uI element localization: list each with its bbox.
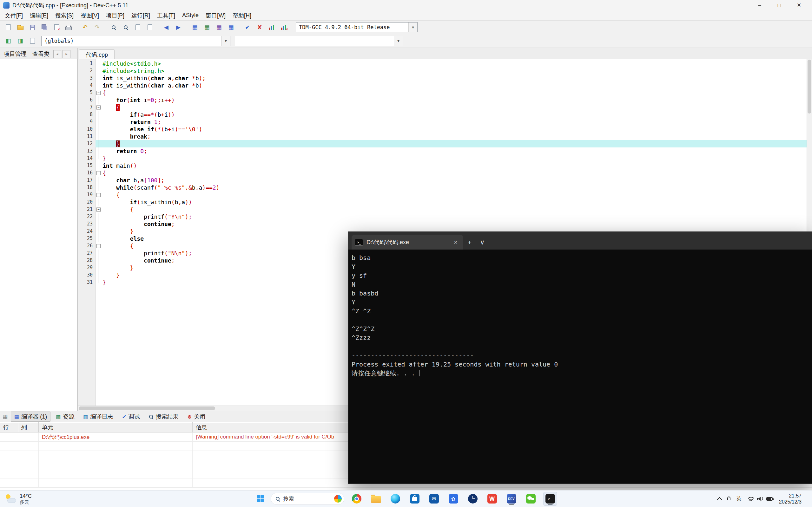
tab-compiler[interactable]: ▦编译器 (1) bbox=[11, 411, 50, 422]
tab-scroll-left-button[interactable]: ◂ bbox=[53, 50, 61, 58]
goto-line-button[interactable] bbox=[144, 21, 155, 33]
taskbar-file-explorer-button[interactable] bbox=[369, 492, 383, 506]
toolbar-main: ↶↷◀▶▦▦▦▦✔✘ TDM-GCC 4.9.2 64-bit Release … bbox=[0, 20, 812, 34]
print-button[interactable] bbox=[63, 21, 74, 33]
menu-run[interactable]: 运行[R] bbox=[128, 11, 154, 20]
menu-view[interactable]: 视图[V] bbox=[77, 11, 102, 20]
undo-button[interactable]: ↶ bbox=[79, 21, 91, 33]
taskbar-chrome-button[interactable] bbox=[350, 492, 364, 506]
volume-icon bbox=[757, 496, 763, 501]
taskbar-wps-button[interactable]: W bbox=[485, 492, 499, 506]
terminal-tab-close-icon[interactable]: ✕ bbox=[451, 238, 460, 247]
open-file-button[interactable] bbox=[15, 21, 26, 33]
minimize-button[interactable]: – bbox=[750, 0, 769, 10]
forward-button[interactable]: ▶ bbox=[172, 21, 184, 33]
toolbar-separator bbox=[237, 22, 241, 33]
redo-button[interactable]: ↷ bbox=[91, 21, 103, 33]
fold-toggle-icon[interactable] bbox=[96, 89, 101, 96]
menu-tools[interactable]: 工具[T] bbox=[154, 11, 179, 20]
save-button[interactable] bbox=[27, 21, 38, 33]
chevron-down-icon[interactable]: ▼ bbox=[394, 36, 403, 46]
goto-implementation-button[interactable]: ◨ bbox=[15, 35, 26, 47]
menu-search[interactable]: 搜索[S] bbox=[52, 11, 77, 20]
terminal-tab[interactable]: >_ D:\代码\代码.exe ✕ bbox=[352, 235, 463, 249]
fold-toggle-icon[interactable] bbox=[96, 169, 101, 177]
insert-button[interactable]: ▦ bbox=[189, 21, 201, 33]
toggle-bookmark-button[interactable]: ▦ bbox=[201, 21, 213, 33]
tab-scroll-right-button[interactable]: ▸ bbox=[62, 50, 70, 58]
scrollbar-thumb[interactable] bbox=[79, 406, 215, 410]
input-language-indicator[interactable]: 英 bbox=[737, 496, 742, 502]
tab-code-file[interactable]: 代码.cpp bbox=[79, 50, 114, 60]
syntax-check-button[interactable]: ✔ bbox=[242, 21, 253, 33]
menu-window[interactable]: 窗口[W] bbox=[202, 11, 229, 20]
terminal-titlebar[interactable]: >_ D:\代码\代码.exe ✕ + ∨ bbox=[348, 232, 812, 249]
tab-class-browser[interactable]: 查看类 bbox=[30, 49, 52, 59]
goto-bookmark-button[interactable]: ▦ bbox=[213, 21, 225, 33]
terminal-body[interactable]: b bsaYy sfNb basbdY^Z ^Z^Z^Z^Z^Zzzz-----… bbox=[348, 249, 812, 484]
save-all-button[interactable] bbox=[39, 21, 50, 33]
clock-widget[interactable]: 21:57 2025/12/3 bbox=[779, 493, 802, 505]
line-number: 7 bbox=[78, 104, 96, 111]
goto-declaration-button[interactable]: ◧ bbox=[3, 35, 14, 47]
find-button[interactable] bbox=[108, 21, 119, 33]
new-tab-button[interactable]: + bbox=[463, 235, 476, 249]
search-box[interactable]: 搜索 bbox=[271, 493, 344, 505]
fold-toggle-icon[interactable] bbox=[96, 206, 101, 213]
tab-resource[interactable]: ▨资源 bbox=[52, 411, 78, 422]
tab-compile-log[interactable]: ▥编译日志 bbox=[80, 411, 116, 422]
tab-project-manager[interactable]: 项目管理 bbox=[1, 49, 29, 59]
taskbar-edge-button[interactable] bbox=[389, 492, 402, 506]
maximize-button[interactable]: □ bbox=[769, 0, 789, 10]
menu-file[interactable]: 文件[F] bbox=[1, 11, 26, 20]
fold-margin bbox=[96, 162, 101, 169]
tab-search-results[interactable]: 搜索结果 bbox=[145, 411, 182, 422]
taskbar-weather-widget[interactable]: 14°C 多云 bbox=[5, 491, 32, 507]
find-next-button[interactable] bbox=[132, 21, 143, 33]
line-number: 21 bbox=[78, 206, 96, 213]
taskbar-devcpp-button[interactable]: DEV bbox=[505, 492, 518, 506]
taskbar-mail-button[interactable]: ✉ bbox=[427, 492, 441, 506]
search-icon bbox=[275, 497, 280, 501]
new-file-button[interactable] bbox=[3, 21, 14, 33]
menu-project[interactable]: 项目[P] bbox=[102, 11, 128, 20]
taskbar-terminal-button[interactable]: >_ bbox=[543, 492, 557, 506]
abort-button[interactable]: ✘ bbox=[254, 21, 265, 33]
replace-button[interactable] bbox=[120, 21, 132, 33]
taskbar-wechat-button[interactable] bbox=[524, 492, 538, 506]
show-desktop-button[interactable] bbox=[808, 493, 809, 505]
tab-compile-log-icon: ▥ bbox=[83, 414, 88, 420]
taskbar-store-button[interactable] bbox=[408, 492, 422, 506]
tray-overflow-chevron-icon[interactable] bbox=[717, 497, 722, 502]
profile-del-button[interactable] bbox=[278, 21, 289, 33]
menu-help[interactable]: 帮助[H] bbox=[229, 11, 255, 20]
chevron-down-icon[interactable]: ▼ bbox=[221, 36, 230, 46]
menu-astyle[interactable]: AStyle bbox=[179, 11, 202, 20]
fold-toggle-icon[interactable] bbox=[96, 242, 101, 249]
taskbar-photos-button[interactable]: ✿ bbox=[447, 492, 460, 506]
close-button[interactable]: ✕ bbox=[789, 0, 809, 10]
list-button[interactable]: ▦ bbox=[225, 21, 237, 33]
fold-toggle-icon[interactable] bbox=[96, 191, 101, 199]
compiler-select[interactable]: TDM-GCC 4.9.2 64-bit Release ▼ bbox=[296, 22, 418, 32]
close-file-button[interactable] bbox=[51, 21, 62, 33]
menu-edit[interactable]: 编辑[E] bbox=[26, 11, 52, 20]
tab-close[interactable]: ⊗关闭 bbox=[184, 411, 209, 422]
code-line-13: 13 return 0; bbox=[78, 148, 807, 155]
tab-debug[interactable]: ✔调试 bbox=[118, 411, 143, 422]
globals-select[interactable]: (globals) ▼ bbox=[41, 36, 231, 46]
members-select[interactable]: ▼ bbox=[235, 36, 403, 46]
start-button[interactable] bbox=[255, 494, 265, 504]
swap-header-source-button[interactable] bbox=[27, 35, 38, 47]
tab-dropdown-button[interactable]: ∨ bbox=[476, 235, 489, 249]
chevron-down-icon[interactable]: ▼ bbox=[408, 22, 417, 32]
profile-button[interactable] bbox=[266, 21, 277, 33]
scrollbar-thumb[interactable] bbox=[808, 60, 811, 114]
taskbar-alarms-clock-button[interactable] bbox=[466, 492, 480, 506]
back-button[interactable]: ◀ bbox=[161, 21, 172, 33]
fold-margin bbox=[96, 199, 101, 206]
notification-bell-icon[interactable] bbox=[726, 496, 731, 501]
quick-settings-group[interactable] bbox=[747, 494, 774, 503]
wifi-icon bbox=[748, 497, 754, 501]
fold-toggle-icon[interactable] bbox=[96, 104, 101, 111]
